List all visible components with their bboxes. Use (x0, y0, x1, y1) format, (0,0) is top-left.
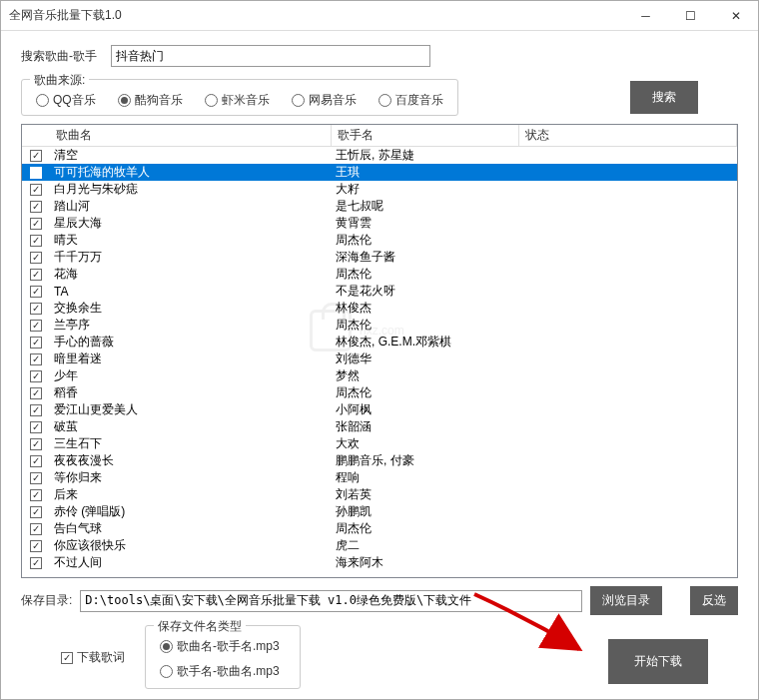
source-radio-0[interactable]: QQ音乐 (36, 92, 96, 109)
table-row[interactable]: 告白气球周杰伦 (22, 520, 737, 537)
table-row[interactable]: 三生石下大欢 (22, 435, 737, 452)
cell-song: 踏山河 (50, 198, 332, 215)
row-checkbox[interactable] (30, 150, 42, 162)
table-header: 歌曲名 歌手名 状态 (22, 125, 737, 147)
table-row[interactable]: 清空王忻辰, 苏星婕 (22, 147, 737, 164)
table-row[interactable]: 白月光与朱砂痣大籽 (22, 181, 737, 198)
table-row[interactable]: 你应该很快乐虎二 (22, 537, 737, 554)
cell-song: 交换余生 (50, 300, 332, 317)
table-row[interactable]: 星辰大海黄霄雲 (22, 215, 737, 232)
invert-button[interactable]: 反选 (690, 586, 738, 615)
table-row[interactable]: 赤伶 (弹唱版)孙鹏凯 (22, 503, 737, 520)
table-row[interactable]: 后来刘若英 (22, 486, 737, 503)
table-row[interactable]: 暗里着迷刘德华 (22, 350, 737, 367)
source-radio-2[interactable]: 虾米音乐 (205, 92, 270, 109)
row-checkbox[interactable] (30, 320, 42, 332)
filename-legend: 保存文件名类型 (154, 618, 246, 635)
cell-artist: 小阿枫 (332, 401, 519, 418)
lyrics-checkbox[interactable]: 下载歌词 (61, 649, 125, 666)
cell-artist: 虎二 (332, 537, 519, 554)
cell-artist: 孙鹏凯 (332, 503, 519, 520)
row-checkbox[interactable] (30, 235, 42, 247)
row-checkbox[interactable] (30, 523, 42, 535)
table-body[interactable]: 清空王忻辰, 苏星婕可可托海的牧羊人王琪白月光与朱砂痣大籽踏山河是七叔呢星辰大海… (22, 147, 737, 577)
cell-artist: 周杰伦 (332, 232, 519, 249)
minimize-button[interactable]: ─ (623, 1, 668, 30)
titlebar: 全网音乐批量下载1.0 ─ ☐ ✕ (1, 1, 758, 31)
browse-button[interactable]: 浏览目录 (590, 586, 662, 615)
table-row[interactable]: 可可托海的牧羊人王琪 (22, 164, 737, 181)
row-checkbox[interactable] (30, 540, 42, 552)
row-checkbox[interactable] (30, 455, 42, 467)
cell-artist: 梦然 (332, 367, 519, 384)
row-checkbox[interactable] (30, 184, 42, 196)
save-path-input[interactable] (80, 590, 582, 612)
row-checkbox[interactable] (30, 370, 42, 382)
row-checkbox[interactable] (30, 286, 42, 298)
row-checkbox[interactable] (30, 218, 42, 230)
close-button[interactable]: ✕ (713, 1, 758, 30)
table-row[interactable]: 破茧张韶涵 (22, 418, 737, 435)
cell-artist: 刘若英 (332, 486, 519, 503)
row-checkbox[interactable] (30, 506, 42, 518)
radio-label: 虾米音乐 (222, 92, 270, 109)
cell-song: 少年 (50, 367, 332, 384)
row-checkbox[interactable] (30, 303, 42, 315)
table-row[interactable]: 手心的蔷薇林俊杰, G.E.M.邓紫棋 (22, 334, 737, 350)
cell-song: 你应该很快乐 (50, 537, 332, 554)
radio-icon (292, 94, 305, 107)
row-checkbox[interactable] (30, 438, 42, 450)
col-artist[interactable]: 歌手名 (332, 125, 519, 146)
table-row[interactable]: 等你归来程响 (22, 469, 737, 486)
table-row[interactable]: 夜夜夜漫长鹏鹏音乐, 付豪 (22, 452, 737, 469)
table-row[interactable]: 踏山河是七叔呢 (22, 198, 737, 215)
source-radio-4[interactable]: 百度音乐 (379, 92, 443, 109)
row-checkbox[interactable] (30, 201, 42, 213)
row-checkbox[interactable] (30, 252, 42, 264)
search-input[interactable] (111, 45, 430, 67)
check-icon (61, 652, 73, 664)
source-radio-3[interactable]: 网易音乐 (292, 92, 357, 109)
table-row[interactable]: 稻香周杰伦 (22, 384, 737, 401)
maximize-button[interactable]: ☐ (668, 1, 713, 30)
table-row[interactable]: 爱江山更爱美人小阿枫 (22, 401, 737, 418)
source-radio-1[interactable]: 酷狗音乐 (118, 92, 183, 109)
row-checkbox[interactable] (30, 167, 42, 179)
col-song[interactable]: 歌曲名 (50, 125, 332, 146)
row-checkbox[interactable] (30, 337, 42, 349)
row-checkbox[interactable] (30, 472, 42, 484)
row-checkbox[interactable] (30, 489, 42, 501)
row-checkbox[interactable] (30, 557, 42, 569)
cell-song: 告白气球 (50, 520, 332, 537)
lyrics-label: 下载歌词 (77, 649, 125, 666)
cell-artist: 周杰伦 (332, 520, 519, 537)
row-checkbox[interactable] (30, 269, 42, 281)
radio-label: QQ音乐 (53, 92, 96, 109)
radio-icon (205, 94, 218, 107)
row-checkbox[interactable] (30, 387, 42, 399)
col-status[interactable]: 状态 (519, 125, 737, 146)
row-checkbox[interactable] (30, 421, 42, 433)
cell-song: 三生石下 (50, 435, 332, 452)
save-label: 保存目录: (21, 592, 72, 609)
table-row[interactable]: 不过人间海来阿木 (22, 554, 737, 571)
table-row[interactable]: 千千万万深海鱼子酱 (22, 249, 737, 266)
search-row: 搜索歌曲-歌手 (21, 45, 738, 67)
row-checkbox[interactable] (30, 404, 42, 416)
radio-icon (160, 640, 173, 653)
start-download-button[interactable]: 开始下载 (608, 639, 708, 684)
table-row[interactable]: 花海周杰伦 (22, 266, 737, 283)
table-row[interactable]: 兰亭序周杰伦 (22, 317, 737, 334)
table-row[interactable]: TA不是花火呀 (22, 283, 737, 300)
cell-song: 清空 (50, 147, 332, 164)
radio-label: 百度音乐 (395, 92, 443, 109)
filename-radio-1[interactable]: 歌手名-歌曲名.mp3 (160, 663, 280, 680)
cell-song: 星辰大海 (50, 215, 332, 232)
cell-artist: 王忻辰, 苏星婕 (332, 147, 519, 164)
row-checkbox[interactable] (30, 353, 42, 365)
table-row[interactable]: 少年梦然 (22, 367, 737, 384)
search-button[interactable]: 搜索 (630, 81, 698, 114)
table-row[interactable]: 晴天周杰伦 (22, 232, 737, 249)
table-row[interactable]: 交换余生林俊杰 (22, 300, 737, 317)
filename-radio-0[interactable]: 歌曲名-歌手名.mp3 (160, 638, 280, 655)
